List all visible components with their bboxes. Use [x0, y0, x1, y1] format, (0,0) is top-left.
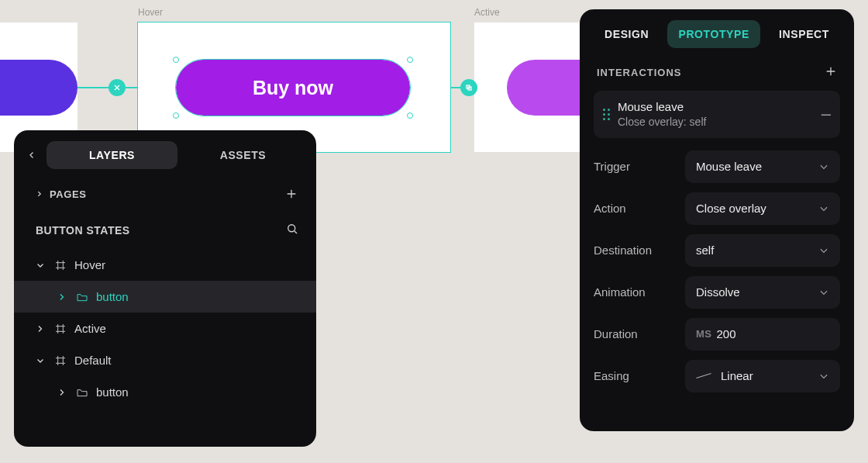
layer-label: Default — [74, 354, 112, 367]
search-icon[interactable] — [285, 222, 299, 238]
destination-label: Destination — [594, 244, 677, 257]
folder-icon — [76, 386, 88, 399]
frame-label-hover: Hover — [138, 7, 163, 18]
interaction-item[interactable]: Mouse leave Close overlay: self – — [594, 91, 840, 138]
chevron-right-icon[interactable] — [56, 386, 68, 399]
button-hover[interactable]: Buy now — [176, 60, 410, 116]
action-select[interactable]: Close overlay — [685, 192, 840, 225]
chevron-down-icon — [818, 161, 829, 172]
pages-label: PAGES — [50, 188, 87, 200]
chevron-down-icon[interactable] — [34, 259, 46, 271]
interaction-subtitle: Close overlay: self — [618, 115, 814, 130]
selection-handle[interactable] — [407, 112, 413, 119]
interactions-title: INTERACTIONS — [597, 67, 682, 78]
chevron-right-icon[interactable] — [34, 323, 46, 335]
selection-handle[interactable] — [173, 57, 179, 63]
connector-delete-icon[interactable] — [108, 79, 126, 96]
chevron-down-icon — [818, 371, 829, 382]
layer-row-button-hover[interactable]: button — [14, 281, 316, 313]
destination-value: self — [696, 244, 714, 257]
trigger-value: Mouse leave — [696, 160, 762, 173]
layer-row-button-default[interactable]: button — [14, 376, 316, 408]
chevron-down-icon[interactable] — [34, 354, 46, 367]
duration-value: 200 — [717, 327, 736, 340]
frame-icon — [54, 259, 67, 271]
layer-label: button — [96, 385, 129, 399]
prototype-panel: DESIGN PROTOTYPE INSPECT INTERACTIONS Mo… — [580, 9, 854, 431]
add-interaction-icon[interactable] — [825, 65, 837, 80]
frame-icon — [54, 354, 67, 367]
selection-handle[interactable] — [173, 112, 179, 119]
chevron-down-icon — [818, 203, 829, 214]
animation-value: Dissolve — [696, 285, 740, 299]
prototype-connector — [78, 87, 138, 88]
button-hover-label: Buy now — [253, 77, 333, 99]
layer-row-default[interactable]: Default — [14, 344, 316, 376]
frame-label-active: Active — [474, 7, 500, 18]
duration-unit: MS — [696, 328, 712, 340]
easing-label: Easing — [594, 369, 677, 382]
animation-select[interactable]: Dissolve — [685, 276, 840, 309]
chevron-right-icon — [36, 190, 43, 198]
trigger-label: Trigger — [594, 160, 677, 173]
selection-handle[interactable] — [407, 57, 413, 63]
drag-handle-icon[interactable] — [603, 109, 610, 120]
svg-point-2 — [288, 225, 295, 232]
back-icon[interactable] — [22, 145, 42, 165]
remove-interaction-icon[interactable]: – — [822, 105, 831, 123]
tab-inspect[interactable]: INSPECT — [768, 20, 840, 48]
duration-label: Duration — [594, 327, 677, 340]
easing-select[interactable]: Linear — [685, 360, 840, 392]
connector-swap-icon[interactable] — [460, 79, 477, 96]
layer-label: Active — [74, 322, 106, 335]
destination-select[interactable]: self — [685, 234, 840, 267]
layer-row-active[interactable]: Active — [14, 313, 316, 344]
easing-value: Linear — [721, 369, 753, 382]
action-value: Close overlay — [696, 202, 766, 215]
trigger-select[interactable]: Mouse leave — [685, 150, 840, 183]
frame-icon — [54, 323, 67, 335]
folder-icon — [76, 291, 88, 303]
layer-row-hover[interactable]: Hover — [14, 249, 316, 281]
chevron-down-icon — [818, 287, 829, 298]
pages-section[interactable]: PAGES — [14, 174, 316, 211]
tab-prototype[interactable]: PROTOTYPE — [667, 20, 760, 48]
duration-input[interactable]: MS 200 — [685, 318, 840, 351]
layers-panel: LAYERS ASSETS PAGES BUTTON STATES Hover … — [14, 130, 316, 447]
tab-layers[interactable]: LAYERS — [46, 141, 177, 169]
layer-tree: Hover button Active Default button — [14, 249, 316, 416]
interaction-title: Mouse leave — [618, 98, 814, 115]
chevron-right-icon[interactable] — [56, 291, 68, 303]
chevron-down-icon — [818, 245, 829, 256]
layer-label: button — [96, 290, 129, 303]
file-title: BUTTON STATES — [36, 224, 130, 237]
tab-design[interactable]: DESIGN — [594, 20, 660, 48]
animation-label: Animation — [594, 285, 677, 299]
layer-label: Hover — [74, 258, 105, 271]
tab-assets[interactable]: ASSETS — [177, 141, 308, 169]
action-label: Action — [594, 202, 677, 215]
button-default[interactable] — [0, 60, 78, 116]
add-page-icon[interactable] — [284, 186, 299, 202]
linear-curve-icon — [696, 373, 711, 378]
